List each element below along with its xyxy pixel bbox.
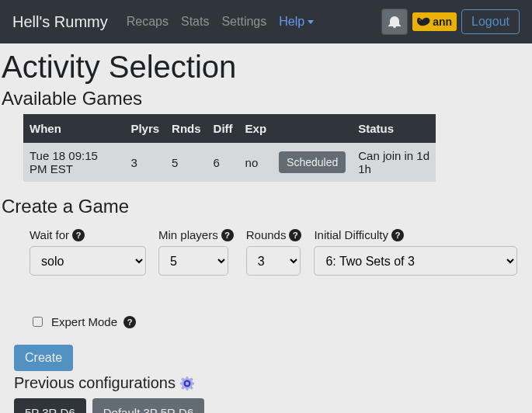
expert-mode-checkbox[interactable] [33, 317, 43, 327]
waitfor-label-text: Wait for [30, 228, 69, 241]
col-plyrs: Plyrs [124, 114, 165, 143]
table-row[interactable]: Tue 18 09:15 PM EST 3 5 6 no Scheduled C… [23, 143, 436, 182]
brand[interactable]: Hell's Rummy [12, 13, 108, 31]
cell-diff: 6 [207, 143, 239, 182]
rounds-group: Rounds ? 3 [246, 228, 302, 276]
help-icon[interactable]: ? [391, 229, 404, 241]
table-header-row: When Plyrs Rnds Diff Exp Status [23, 114, 436, 143]
bell-icon [388, 16, 401, 28]
rounds-select[interactable]: 3 [246, 246, 301, 276]
logout-button[interactable]: Logout [461, 9, 520, 34]
nav-right: ann Logout [381, 9, 520, 35]
gear-icon [180, 377, 194, 390]
previous-label: Previous configurations [14, 374, 176, 392]
initdiff-label: Initial Difficulty ? [314, 228, 517, 241]
chevron-down-icon [308, 20, 314, 24]
minplayers-label: Min players ? [158, 228, 234, 241]
help-icon[interactable]: ? [221, 229, 234, 241]
notifications-button[interactable] [381, 9, 408, 35]
previous-configs-heading: Previous configurations [2, 371, 530, 392]
user-badge[interactable]: ann [412, 12, 457, 31]
minplayers-select[interactable]: 5 [158, 246, 228, 276]
rounds-label-text: Rounds [246, 228, 287, 241]
create-button[interactable]: Create [14, 345, 73, 371]
col-exp: Exp [239, 114, 273, 143]
rounds-label: Rounds ? [246, 228, 302, 241]
minplayers-group: Min players ? 5 [158, 228, 234, 276]
col-badge [273, 114, 352, 143]
cell-badge: Scheduled [273, 143, 352, 182]
waitfor-label: Wait for ? [30, 228, 146, 241]
col-rnds: Rnds [165, 114, 207, 143]
col-when: When [23, 114, 124, 143]
col-status: Status [352, 114, 436, 143]
cell-exp: no [239, 143, 273, 182]
config-preset-2[interactable]: Default 3P 5R D6 [92, 398, 204, 413]
initdiff-label-text: Initial Difficulty [314, 228, 388, 241]
expert-mode-row: Expert Mode ? [2, 276, 530, 329]
expert-label: Expert Mode [51, 315, 117, 328]
status-badge: Scheduled [279, 151, 346, 173]
help-icon[interactable]: ? [289, 229, 301, 241]
initdiff-group: Initial Difficulty ? 6: Two Sets of 3 [314, 228, 517, 276]
nav-recaps[interactable]: Recaps [120, 9, 175, 35]
col-diff: Diff [207, 114, 239, 143]
create-game-heading: Create a Game [2, 196, 530, 217]
navbar: Hell's Rummy Recaps Stats Settings Help … [0, 0, 532, 43]
initdiff-select[interactable]: 6: Two Sets of 3 [314, 246, 517, 276]
games-table: When Plyrs Rnds Diff Exp Status Tue 18 0… [23, 114, 436, 182]
bird-icon [417, 16, 431, 27]
cell-status: Can join in 1d 1h [352, 143, 436, 182]
nav-help-label: Help [279, 15, 304, 29]
help-icon[interactable]: ? [123, 316, 136, 328]
help-icon[interactable]: ? [72, 229, 85, 241]
user-name: ann [433, 16, 452, 28]
create-form-row: Wait for ? solo Min players ? 5 Rounds ?… [2, 222, 530, 276]
nav-settings[interactable]: Settings [215, 9, 273, 35]
configure-button[interactable] [180, 377, 194, 390]
page-body: Activity Selection Available Games When … [0, 50, 532, 413]
page-title: Activity Selection [2, 50, 530, 85]
config-buttons: 5P 3R D6 Default 3P 5R D6 [2, 392, 530, 413]
cell-when: Tue 18 09:15 PM EST [23, 143, 124, 182]
nav-stats[interactable]: Stats [175, 9, 215, 35]
nav-help[interactable]: Help [273, 9, 320, 35]
nav-links: Recaps Stats Settings Help [120, 9, 381, 35]
waitfor-group: Wait for ? solo [30, 228, 146, 276]
cell-rnds: 5 [165, 143, 207, 182]
config-preset-1[interactable]: 5P 3R D6 [14, 398, 86, 413]
available-games-heading: Available Games [2, 88, 530, 109]
waitfor-select[interactable]: solo [30, 246, 146, 276]
minplayers-label-text: Min players [158, 228, 218, 241]
cell-plyrs: 3 [124, 143, 165, 182]
